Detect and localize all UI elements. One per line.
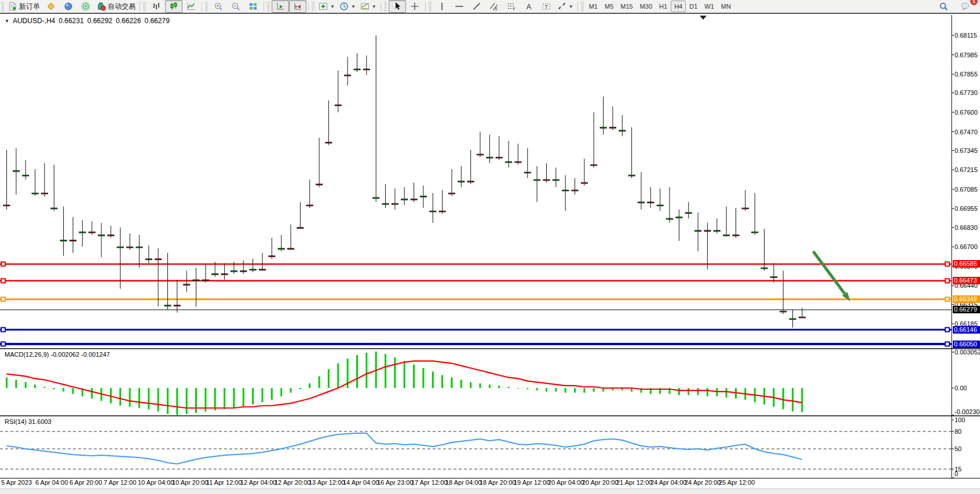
chevron-down-icon[interactable]: ▼ xyxy=(351,4,356,9)
chart-top-marker xyxy=(700,16,707,20)
crosshair-button[interactable] xyxy=(406,0,423,13)
chart-canvas[interactable] xyxy=(0,0,980,494)
candle-body xyxy=(581,182,587,184)
line-handle[interactable] xyxy=(1,279,5,283)
timeframe-w1-button[interactable]: W1 xyxy=(701,1,718,12)
signals-button[interactable] xyxy=(77,0,94,13)
timeframe-m1-button[interactable]: M1 xyxy=(586,1,601,12)
timeframe-d1-button[interactable]: D1 xyxy=(686,1,701,12)
candle-body xyxy=(32,193,38,194)
line-handle[interactable] xyxy=(945,279,949,283)
line-handle[interactable] xyxy=(1,342,5,346)
candle-body xyxy=(467,181,474,182)
cursor-button[interactable] xyxy=(389,0,406,13)
horizontal-line-button[interactable] xyxy=(451,0,468,13)
line-handle[interactable] xyxy=(945,297,949,301)
candle-body xyxy=(695,230,701,232)
candle-body xyxy=(449,193,455,194)
candle-body xyxy=(202,280,209,281)
equidistant-channel-button[interactable]: E xyxy=(485,0,503,13)
search-button[interactable] xyxy=(935,0,952,13)
tile-windows-button[interactable] xyxy=(244,0,262,13)
toolbar-separator xyxy=(425,2,426,12)
chevron-down-icon[interactable]: ▼ xyxy=(372,4,376,9)
line-handle[interactable] xyxy=(945,342,949,346)
candle-body xyxy=(363,69,370,70)
community-button[interactable] xyxy=(60,0,77,13)
chevron-down-icon[interactable]: ▼ xyxy=(569,4,573,9)
auto-scroll-button[interactable] xyxy=(272,0,289,13)
chevron-down-icon[interactable]: ▼ xyxy=(330,4,335,9)
ohlc-open: 0.66231 xyxy=(58,17,83,25)
toolbar-grip xyxy=(384,2,387,11)
line-handle[interactable] xyxy=(1,328,5,332)
fibonacci-button[interactable]: F xyxy=(503,0,520,13)
periods-button[interactable]: ▼ xyxy=(337,0,358,13)
indicators-button[interactable]: ▼ xyxy=(316,0,337,13)
time-axis-label: 20 Apr 20:00 xyxy=(582,479,618,486)
price-level-tag: 0.66473 xyxy=(953,277,980,284)
price-axis-label: 0.67085 xyxy=(955,186,978,193)
line-handle[interactable] xyxy=(945,262,949,266)
candle-body xyxy=(704,230,711,232)
timeframe-m5-button[interactable]: M5 xyxy=(601,1,617,12)
line-handle[interactable] xyxy=(945,328,949,332)
candle-body xyxy=(657,205,663,206)
zoom-in-button[interactable] xyxy=(210,0,227,13)
zoom-out-button[interactable] xyxy=(227,0,244,13)
candle-body xyxy=(780,311,787,312)
autotrading-button[interactable]: 自动交易 xyxy=(94,0,138,13)
pane-separator[interactable] xyxy=(0,348,980,349)
trendline-button[interactable] xyxy=(468,0,485,13)
candle-body xyxy=(89,232,95,233)
candlestick-chart-button[interactable] xyxy=(165,0,182,13)
candle-body xyxy=(524,172,531,173)
arrow-annotation[interactable] xyxy=(813,251,844,294)
timeframe-m15-button[interactable]: M15 xyxy=(617,1,636,12)
autotrading-icon xyxy=(97,2,106,11)
price-axis-label: 0.67215 xyxy=(955,166,978,173)
templates-button[interactable]: ▼ xyxy=(358,0,379,13)
chart-window[interactable]: ▼ AUDUSD-,H4 0.66231 0.66292 0.66226 0.6… xyxy=(0,0,980,494)
chart-shift-button[interactable] xyxy=(289,0,306,13)
line-handle[interactable] xyxy=(1,262,5,266)
candle-body xyxy=(733,235,739,236)
price-axis-label: 0.66955 xyxy=(955,205,978,212)
toolbar-separator xyxy=(381,2,381,12)
rsi-axis-label: 80 xyxy=(955,428,961,435)
timeframe-mn-button[interactable]: MN xyxy=(718,1,734,12)
toolbar-grip xyxy=(581,2,584,11)
candle-body xyxy=(430,211,436,212)
textlabel-icon: T xyxy=(542,2,551,11)
candle-body xyxy=(382,203,389,204)
line-handle[interactable] xyxy=(1,297,5,301)
candle-body xyxy=(496,157,502,158)
notifications-button[interactable]: 1 xyxy=(957,0,974,13)
time-axis-label: 13 Apr 12:00 xyxy=(309,479,345,486)
time-axis-label: 6 Apr 20:00 xyxy=(70,479,102,486)
time-axis-label: 14 Apr 04:00 xyxy=(343,479,379,486)
timeframe-m30-button[interactable]: M30 xyxy=(637,1,656,12)
candle-body xyxy=(278,248,284,250)
chevron-down-icon[interactable]: ▼ xyxy=(5,19,9,24)
candle-body xyxy=(487,157,493,158)
bar-chart-button[interactable] xyxy=(148,0,165,13)
time-axis-label: 19 Apr 12:00 xyxy=(514,479,550,486)
timeframe-h1-button[interactable]: H1 xyxy=(656,1,671,12)
text-label-button[interactable]: T xyxy=(537,0,555,13)
candle-body xyxy=(609,127,616,129)
candle-body xyxy=(676,217,682,218)
candle-body xyxy=(638,202,645,203)
pane-separator[interactable] xyxy=(0,415,980,416)
price-axis-label: 0.67470 xyxy=(955,129,978,136)
new-order-button[interactable]: 新订单 xyxy=(6,0,42,13)
macd-histogram xyxy=(6,352,803,415)
vertical-line-button[interactable] xyxy=(433,0,451,13)
line-chart-button[interactable] xyxy=(182,0,200,13)
text-button[interactable]: A xyxy=(520,0,537,13)
timeframe-h4-button[interactable]: H4 xyxy=(671,1,686,12)
arrows-button[interactable]: ▼ xyxy=(555,0,576,13)
time-axis-label: 10 Apr 20:00 xyxy=(172,479,208,486)
styler-button[interactable] xyxy=(42,0,60,13)
candle-body xyxy=(477,154,484,155)
